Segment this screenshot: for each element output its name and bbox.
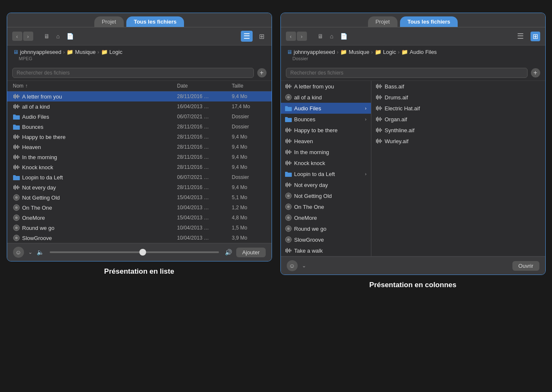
list-item[interactable]: all of a kind bbox=[281, 92, 371, 103]
col-size-header: Taille bbox=[232, 83, 266, 89]
col-item-label: Synthline.aif bbox=[385, 127, 415, 133]
tab-tous-left[interactable]: Tous les fichiers bbox=[126, 16, 184, 27]
list-item[interactable]: Round we go bbox=[281, 223, 371, 234]
svg-rect-17 bbox=[16, 146, 17, 148]
file-date: 28/11/2016 … bbox=[177, 124, 232, 130]
svg-rect-107 bbox=[376, 117, 377, 121]
chevron-down-left[interactable]: ⌄ bbox=[28, 249, 32, 255]
table-row[interactable]: Not Getting Old 15/04/2013 … 5,1 Mo bbox=[7, 192, 272, 203]
tab-tous-right[interactable]: Tous les fichiers bbox=[400, 16, 458, 27]
open-button-right[interactable]: Ouvrir bbox=[512, 261, 539, 271]
table-row[interactable]: SlowGroove 10/04/2013 … 3,9 Mo bbox=[7, 233, 272, 243]
list-item[interactable]: On The One bbox=[281, 201, 371, 212]
file-name-label: Knock knock bbox=[22, 164, 53, 171]
col-item-label: all of a kind bbox=[294, 94, 322, 101]
table-row[interactable]: On The One 10/04/2013 … 1,2 Mo bbox=[7, 203, 272, 213]
list-item[interactable]: Knock knock bbox=[281, 157, 371, 168]
svg-point-42 bbox=[15, 227, 18, 229]
speaker-high-left[interactable]: 🔊 bbox=[225, 249, 232, 256]
table-row[interactable]: In the morning 28/11/2016 … 9,4 Mo bbox=[7, 152, 272, 162]
forward-button-left[interactable]: › bbox=[23, 32, 33, 41]
doc-icon-right[interactable]: 📄 bbox=[338, 32, 349, 40]
smiley-button-left[interactable]: ☺ bbox=[13, 247, 24, 258]
back-button-right[interactable]: ‹ bbox=[286, 32, 296, 41]
file-name-label: Not Getting Old bbox=[22, 195, 60, 201]
list-view-btn-right[interactable]: ☰ bbox=[515, 31, 526, 42]
table-row[interactable]: all of a kind 16/04/2013 … 17,4 Mo bbox=[7, 101, 272, 112]
doc-icon-left[interactable]: 📄 bbox=[64, 32, 76, 40]
list-item[interactable]: Organ.aif bbox=[371, 114, 545, 125]
chevron-down-right[interactable]: ⌄ bbox=[302, 263, 306, 269]
table-row[interactable]: Happy to be there 28/11/2016 … 9,4 Mo bbox=[7, 132, 272, 142]
table-row[interactable]: Bounces 28/11/2016 … Dossier bbox=[7, 122, 272, 132]
list-item[interactable]: Heaven bbox=[281, 136, 371, 147]
column-view-btn-left[interactable]: ⊞ bbox=[257, 32, 267, 41]
add-button-left[interactable]: + bbox=[257, 68, 267, 77]
col-date-header: Date bbox=[177, 83, 232, 89]
list-item[interactable]: Not every day bbox=[281, 179, 371, 190]
list-item[interactable]: Audio Files › bbox=[281, 103, 371, 114]
volume-thumb-left[interactable] bbox=[139, 249, 146, 256]
svg-rect-76 bbox=[291, 184, 291, 186]
table-row[interactable]: Knock knock 28/11/2016 … 9,4 Mo bbox=[7, 162, 272, 172]
list-item[interactable]: SlowGroove bbox=[281, 234, 371, 245]
file-icon bbox=[13, 235, 20, 241]
table-row[interactable]: Not every day 28/11/2016 … 9,4 Mo bbox=[7, 182, 272, 192]
list-item[interactable]: OneMore bbox=[281, 212, 371, 223]
table-row[interactable]: Loopin to da Left 06/07/2021 … Dossier bbox=[7, 172, 272, 182]
add-action-button-left[interactable]: Ajouter bbox=[236, 248, 265, 257]
smiley-button-right[interactable]: ☺ bbox=[287, 260, 298, 271]
col-item-label: Wurley.aif bbox=[385, 138, 409, 144]
file-size: 9,4 Mo bbox=[232, 134, 266, 140]
table-row[interactable]: Audio Files 06/07/2021 … Dossier bbox=[7, 112, 272, 122]
col-item-icon bbox=[285, 83, 292, 90]
file-name-label: On The One bbox=[22, 205, 52, 211]
table-row[interactable]: Round we go 10/04/2013 … 1,5 Mo bbox=[7, 223, 272, 233]
tab-projet-right[interactable]: Projet bbox=[368, 16, 397, 27]
list-item[interactable]: Drums.aif bbox=[371, 92, 545, 103]
monitor-icon-left[interactable]: 🖥 bbox=[42, 32, 52, 40]
add-button-right[interactable]: + bbox=[531, 68, 540, 77]
tab-projet-left[interactable]: Projet bbox=[94, 16, 124, 27]
file-icon bbox=[13, 144, 20, 150]
list-item[interactable]: Take a walk bbox=[281, 245, 371, 256]
forward-button-right[interactable]: › bbox=[297, 32, 307, 41]
monitor-icon-right[interactable]: 🖥 bbox=[315, 32, 325, 40]
title-bar-left: Projet Tous les fichiers bbox=[7, 13, 272, 27]
file-size: 9,4 Mo bbox=[232, 93, 266, 99]
home-icon-left[interactable]: ⌂ bbox=[54, 32, 62, 40]
list-item[interactable]: Loopin to da Left › bbox=[281, 168, 371, 179]
back-button-left[interactable]: ‹ bbox=[12, 32, 22, 41]
table-row[interactable]: OneMore 15/04/2013 … 4,8 Mo bbox=[7, 213, 272, 223]
list-item[interactable]: Not Getting Old bbox=[281, 190, 371, 201]
search-input-left[interactable] bbox=[12, 68, 254, 78]
svg-rect-91 bbox=[291, 250, 291, 251]
speaker-low-left[interactable]: 🔈 bbox=[37, 249, 44, 256]
col-item-icon bbox=[376, 94, 382, 101]
list-item[interactable]: Electric Hat.aif bbox=[371, 103, 545, 114]
col-item-label: On The One bbox=[294, 204, 324, 210]
svg-rect-3 bbox=[17, 94, 18, 99]
home-icon-right[interactable]: ⌂ bbox=[328, 32, 336, 40]
svg-rect-117 bbox=[376, 139, 377, 143]
svg-rect-1 bbox=[15, 94, 16, 99]
file-icon bbox=[13, 103, 20, 110]
list-item[interactable]: Bass.aif bbox=[371, 81, 545, 92]
table-row[interactable]: A letter from you 28/11/2016 … 9,4 Mo bbox=[7, 91, 272, 101]
svg-rect-120 bbox=[380, 139, 381, 143]
search-input-right[interactable] bbox=[286, 68, 528, 78]
list-item[interactable]: Happy to be there bbox=[281, 125, 371, 136]
bottom-bar-right: ☺ ⌄ Ouvrir bbox=[281, 256, 545, 275]
list-item[interactable]: Synthline.aif bbox=[371, 125, 545, 136]
list-item[interactable]: Bounces › bbox=[281, 114, 371, 125]
col-item-label: Happy to be there bbox=[294, 127, 338, 133]
list-item[interactable]: Wurley.aif bbox=[371, 136, 545, 147]
col-item-icon bbox=[376, 127, 382, 133]
col-item-label: Loopin to da Left bbox=[294, 171, 335, 177]
column-view-btn-right[interactable]: ⊞ bbox=[531, 32, 540, 41]
list-item[interactable]: A letter from you bbox=[281, 81, 371, 92]
list-item[interactable]: In the morning bbox=[281, 147, 371, 157]
table-row[interactable]: Heaven 28/11/2016 … 9,4 Mo bbox=[7, 142, 272, 152]
file-date: 06/07/2021 … bbox=[177, 114, 232, 120]
list-view-btn-left[interactable]: ☰ bbox=[241, 31, 253, 42]
